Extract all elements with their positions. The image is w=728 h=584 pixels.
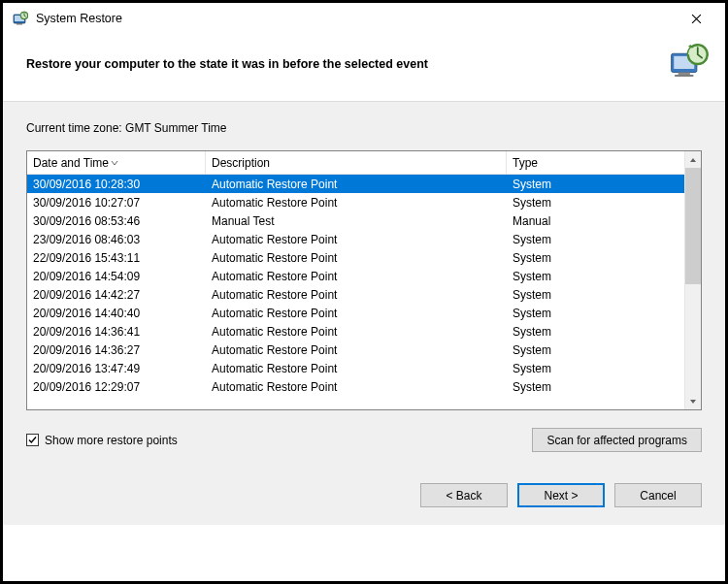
cell-date: 20/09/2016 14:42:27 bbox=[27, 288, 206, 302]
cancel-button[interactable]: Cancel bbox=[614, 483, 702, 507]
table-row[interactable]: 20/09/2016 14:36:41Automatic Restore Poi… bbox=[27, 322, 684, 341]
svg-rect-6 bbox=[678, 73, 690, 76]
scrollbar-track[interactable] bbox=[685, 168, 701, 393]
table-row[interactable]: 20/09/2016 12:29:07Automatic Restore Poi… bbox=[27, 377, 684, 396]
cell-type: System bbox=[507, 178, 684, 191]
table-row[interactable]: 20/09/2016 14:42:27Automatic Restore Poi… bbox=[27, 285, 684, 304]
next-button[interactable]: Next > bbox=[517, 483, 605, 507]
svg-rect-2 bbox=[17, 23, 22, 25]
cell-date: 20/09/2016 14:36:41 bbox=[27, 325, 206, 339]
column-header-date-label: Date and Time bbox=[33, 156, 109, 170]
wizard-banner: Restore your computer to the state it wa… bbox=[3, 34, 725, 102]
table-row[interactable]: 20/09/2016 14:40:40Automatic Restore Poi… bbox=[27, 304, 684, 322]
cell-date: 30/09/2016 10:27:07 bbox=[27, 196, 206, 210]
controls-row: Show more restore points Scan for affect… bbox=[26, 428, 702, 452]
cell-description: Automatic Restore Point bbox=[206, 307, 507, 320]
cell-description: Manual Test bbox=[206, 214, 507, 228]
close-icon bbox=[691, 14, 702, 24]
cell-date: 30/09/2016 10:28:30 bbox=[27, 178, 206, 191]
show-more-checkbox[interactable]: Show more restore points bbox=[26, 434, 178, 447]
restore-points-table: Date and Time Description Type 30/09/201… bbox=[26, 150, 702, 410]
cell-date: 20/09/2016 12:29:07 bbox=[27, 380, 206, 394]
table-header: Date and Time Description Type bbox=[27, 151, 684, 175]
cell-description: Automatic Restore Point bbox=[206, 380, 507, 394]
cell-description: Automatic Restore Point bbox=[206, 362, 507, 375]
column-header-description[interactable]: Description bbox=[206, 151, 507, 174]
scroll-down-arrow-icon[interactable] bbox=[685, 393, 701, 409]
cell-description: Automatic Restore Point bbox=[206, 233, 507, 246]
table-row[interactable]: 20/09/2016 14:54:09Automatic Restore Poi… bbox=[27, 267, 684, 285]
cell-type: System bbox=[507, 362, 684, 375]
cell-description: Automatic Restore Point bbox=[206, 270, 507, 283]
cell-type: System bbox=[507, 307, 684, 320]
column-header-type[interactable]: Type bbox=[507, 151, 684, 174]
table-row[interactable]: 30/09/2016 10:28:30Automatic Restore Poi… bbox=[27, 175, 684, 193]
cell-description: Automatic Restore Point bbox=[206, 196, 507, 210]
restore-hero-icon bbox=[669, 42, 710, 82]
cell-description: Automatic Restore Point bbox=[206, 325, 507, 339]
scan-affected-programs-button[interactable]: Scan for affected programs bbox=[532, 428, 702, 452]
cell-description: Automatic Restore Point bbox=[206, 288, 507, 302]
cell-type: System bbox=[507, 380, 684, 394]
column-header-type-label: Type bbox=[513, 156, 538, 170]
column-header-date[interactable]: Date and Time bbox=[27, 151, 206, 174]
page-heading: Restore your computer to the state it wa… bbox=[26, 57, 702, 71]
cell-type: System bbox=[507, 325, 684, 339]
cell-date: 20/09/2016 14:40:40 bbox=[27, 307, 206, 320]
cell-date: 23/09/2016 08:46:03 bbox=[27, 233, 206, 246]
table-row[interactable]: 30/09/2016 08:53:46Manual TestManual bbox=[27, 211, 684, 230]
cell-type: System bbox=[507, 251, 684, 265]
cell-date: 30/09/2016 08:53:46 bbox=[27, 214, 206, 228]
wizard-body: Current time zone: GMT Summer Time Date … bbox=[3, 102, 725, 470]
cell-type: System bbox=[507, 233, 684, 246]
cell-type: System bbox=[507, 270, 684, 283]
cell-type: System bbox=[507, 343, 684, 357]
checkmark-icon bbox=[27, 435, 38, 445]
checkbox-box bbox=[26, 434, 39, 446]
table-body: 30/09/2016 10:28:30Automatic Restore Poi… bbox=[27, 175, 684, 409]
sort-descending-icon bbox=[111, 159, 118, 167]
table-row[interactable]: 22/09/2016 15:43:11Automatic Restore Poi… bbox=[27, 248, 684, 267]
cell-description: Automatic Restore Point bbox=[206, 178, 507, 191]
system-restore-icon bbox=[13, 11, 28, 26]
column-header-description-label: Description bbox=[212, 156, 270, 170]
titlebar: System Restore bbox=[3, 3, 725, 34]
cell-type: System bbox=[507, 288, 684, 302]
cell-type: Manual bbox=[507, 214, 684, 228]
scroll-up-arrow-icon[interactable] bbox=[685, 151, 701, 168]
show-more-checkbox-label: Show more restore points bbox=[45, 434, 178, 447]
vertical-scrollbar[interactable] bbox=[684, 151, 701, 409]
table-row[interactable]: 20/09/2016 14:36:27Automatic Restore Poi… bbox=[27, 341, 684, 359]
cell-description: Automatic Restore Point bbox=[206, 343, 507, 357]
back-button[interactable]: < Back bbox=[420, 483, 508, 507]
cell-description: Automatic Restore Point bbox=[206, 251, 507, 265]
timezone-label: Current time zone: GMT Summer Time bbox=[26, 121, 702, 135]
wizard-footer: < Back Next > Cancel bbox=[3, 470, 725, 525]
svg-rect-7 bbox=[675, 75, 693, 77]
cell-type: System bbox=[507, 196, 684, 210]
window-title: System Restore bbox=[36, 12, 122, 25]
cell-date: 20/09/2016 14:54:09 bbox=[27, 270, 206, 283]
cell-date: 20/09/2016 14:36:27 bbox=[27, 343, 206, 357]
table-row[interactable]: 20/09/2016 13:47:49Automatic Restore Poi… bbox=[27, 359, 684, 377]
cell-date: 20/09/2016 13:47:49 bbox=[27, 362, 206, 375]
table-row[interactable]: 30/09/2016 10:27:07Automatic Restore Poi… bbox=[27, 193, 684, 211]
table-row[interactable]: 23/09/2016 08:46:03Automatic Restore Poi… bbox=[27, 230, 684, 248]
close-button[interactable] bbox=[675, 5, 717, 32]
scrollbar-thumb[interactable] bbox=[685, 168, 701, 284]
cell-date: 22/09/2016 15:43:11 bbox=[27, 251, 206, 265]
